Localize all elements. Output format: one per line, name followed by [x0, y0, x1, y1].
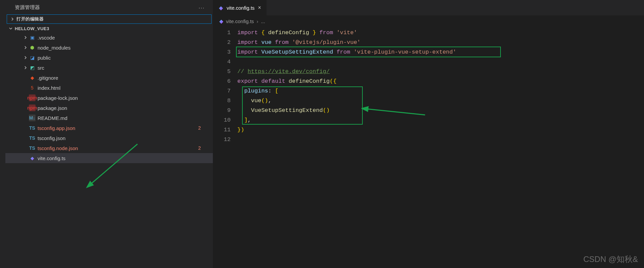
line-number: 6	[213, 76, 231, 86]
line-number: 5	[213, 67, 231, 76]
line-number: 12	[213, 135, 231, 144]
explorer-title: 资源管理器	[15, 4, 40, 11]
editor-area: ◆ vite.config.ts × ◆ vite.config.ts › ..…	[213, 0, 644, 268]
line-number: 1	[213, 28, 231, 38]
open-editors-section[interactable]: 打开的编辑器	[7, 14, 212, 24]
line-numbers: 123456789101112	[213, 28, 237, 268]
html-icon: 5	[29, 84, 36, 91]
tree-item-label: README.md	[38, 115, 208, 121]
tab-label: vite.config.ts	[227, 5, 254, 11]
explorer-header: 资源管理器 ···	[5, 0, 213, 14]
line-number: 4	[213, 57, 231, 67]
tree-item-label: .gitignore	[38, 75, 208, 81]
tree-item[interactable]: ⬢node_modules	[5, 43, 213, 53]
spacer	[23, 135, 28, 141]
line-number: 9	[213, 106, 231, 115]
tab-bar: ◆ vite.config.ts ×	[213, 0, 644, 15]
tree-item-label: tsconfig.app.json	[38, 125, 198, 131]
tree-item[interactable]: ◆vite.config.ts	[5, 153, 213, 163]
error-badge: 2	[198, 145, 208, 151]
git-icon: ◆	[29, 74, 36, 81]
tree-item-label: index.html	[38, 85, 208, 91]
tree-item[interactable]: TStsconfig.json	[5, 133, 213, 143]
breadcrumb-rest: ...	[261, 18, 265, 24]
tree-item-label: vite.config.ts	[38, 155, 208, 161]
tree-item-label: tsconfig.node.json	[38, 145, 198, 151]
tree-item-label: node_modules	[38, 45, 208, 51]
chevron-right-icon	[23, 45, 28, 50]
tree-item[interactable]: M↓README.md	[5, 113, 213, 123]
line-number: 10	[213, 115, 231, 125]
ts-icon: TS	[29, 135, 36, 141]
explorer-sidebar: 资源管理器 ··· 打开的编辑器 HELLOW_VUE3 ▣.vscode⬢no…	[0, 0, 213, 268]
spacer	[23, 155, 28, 161]
breadcrumb-file: vite.config.ts	[226, 18, 254, 24]
spacer	[23, 145, 28, 151]
tree-item[interactable]: npmpackage.json	[5, 103, 213, 113]
vite-icon: ◆	[218, 5, 224, 11]
project-section[interactable]: HELLOW_VUE3	[5, 24, 213, 32]
tree-item-label: src	[38, 65, 208, 71]
chevron-down-icon	[8, 26, 13, 31]
tree-item[interactable]: TStsconfig.node.json2	[5, 143, 213, 153]
spacer	[23, 75, 28, 80]
folder-icon: ▣	[29, 34, 36, 41]
open-editors-label: 打开的编辑器	[16, 16, 44, 22]
spacer	[23, 115, 28, 121]
tree-item[interactable]: npmpackage-lock.json	[5, 93, 213, 103]
tree-item[interactable]: ◪public	[5, 53, 213, 63]
close-icon[interactable]: ×	[257, 4, 261, 11]
file-tree: ▣.vscode⬢node_modules◪public◩src◆.gitign…	[5, 32, 213, 268]
spacer	[23, 85, 28, 90]
breadcrumb[interactable]: ◆ vite.config.ts › ...	[213, 15, 644, 27]
ts-icon: TS	[29, 145, 36, 151]
tree-item[interactable]: ◆.gitignore	[5, 73, 213, 83]
chevron-right-icon: ›	[256, 18, 258, 24]
line-number: 7	[213, 86, 231, 96]
tree-item-label: public	[38, 55, 208, 61]
chevron-right-icon	[23, 65, 28, 70]
md-icon: M↓	[29, 115, 36, 121]
tree-item[interactable]: ▣.vscode	[5, 32, 213, 43]
code-content[interactable]: import { defineConfig } from 'vite' impo…	[237, 28, 644, 268]
tab-vite-config[interactable]: ◆ vite.config.ts ×	[213, 0, 267, 15]
more-actions-icon[interactable]: ···	[196, 4, 208, 11]
ts-icon: TS	[29, 125, 36, 131]
line-number: 2	[213, 38, 231, 47]
line-number: 8	[213, 96, 231, 106]
tree-item[interactable]: TStsconfig.app.json2	[5, 123, 213, 133]
node-icon: ⬢	[29, 44, 36, 51]
code-editor[interactable]: 123456789101112 import { defineConfig } …	[213, 27, 644, 268]
npm-icon: npm	[29, 105, 36, 111]
line-number: 3	[213, 47, 231, 57]
tree-item-label: .vscode	[38, 35, 208, 41]
tree-item-label: package-lock.json	[38, 95, 208, 101]
vite-icon: ◆	[29, 155, 36, 161]
chevron-right-icon	[23, 35, 28, 40]
src-icon: ◩	[29, 64, 36, 71]
chevron-right-icon	[23, 55, 28, 60]
public-icon: ◪	[29, 54, 36, 61]
tree-item[interactable]: 5index.html	[5, 83, 213, 93]
npm-icon: npm	[29, 94, 36, 101]
tree-item-label: tsconfig.json	[38, 135, 208, 141]
line-number: 11	[213, 125, 231, 135]
chevron-right-icon	[10, 16, 15, 22]
spacer	[23, 125, 28, 131]
tree-item[interactable]: ◩src	[5, 63, 213, 73]
tree-item-label: package.json	[38, 105, 208, 111]
error-badge: 2	[198, 125, 208, 131]
project-name: HELLOW_VUE3	[15, 26, 49, 31]
vite-icon: ◆	[219, 18, 223, 24]
